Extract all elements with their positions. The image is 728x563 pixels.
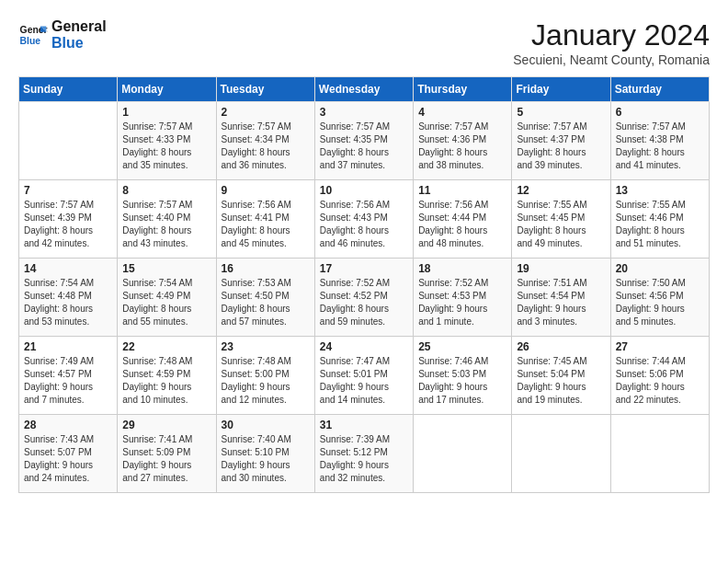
day-info: Sunrise: 7:43 AM Sunset: 5:07 PM Dayligh… [24, 433, 112, 485]
day-number: 29 [122, 419, 210, 431]
col-monday: Monday [118, 77, 216, 102]
day-number: 16 [222, 262, 310, 275]
month-year-title: January 2024 [513, 18, 710, 52]
day-cell: 8Sunrise: 7:57 AM Sunset: 4:40 PM Daylig… [118, 180, 216, 259]
day-cell: 25Sunrise: 7:46 AM Sunset: 5:03 PM Dayli… [414, 337, 512, 415]
day-info: Sunrise: 7:57 AM Sunset: 4:36 PM Dayligh… [418, 121, 506, 172]
day-info: Sunrise: 7:52 AM Sunset: 4:52 PM Dayligh… [320, 277, 408, 328]
day-number: 9 [222, 184, 310, 197]
day-number: 14 [24, 262, 112, 275]
day-info: Sunrise: 7:47 AM Sunset: 5:01 PM Dayligh… [320, 355, 408, 407]
day-cell: 17Sunrise: 7:52 AM Sunset: 4:52 PM Dayli… [314, 259, 413, 337]
day-cell: 18Sunrise: 7:52 AM Sunset: 4:53 PM Dayli… [414, 259, 512, 337]
day-cell: 10Sunrise: 7:56 AM Sunset: 4:43 PM Dayli… [314, 180, 413, 259]
day-info: Sunrise: 7:57 AM Sunset: 4:39 PM Dayligh… [24, 199, 112, 250]
day-number: 31 [320, 419, 408, 431]
day-info: Sunrise: 7:39 AM Sunset: 5:12 PM Dayligh… [320, 433, 408, 485]
day-info: Sunrise: 7:57 AM Sunset: 4:40 PM Dayligh… [122, 199, 210, 250]
day-cell: 4Sunrise: 7:57 AM Sunset: 4:36 PM Daylig… [414, 102, 512, 180]
day-info: Sunrise: 7:54 AM Sunset: 4:48 PM Dayligh… [24, 277, 112, 328]
location-subtitle: Secuieni, Neamt County, Romania [513, 52, 710, 67]
week-row-5: 28Sunrise: 7:43 AM Sunset: 5:07 PM Dayli… [19, 415, 710, 493]
day-info: Sunrise: 7:56 AM Sunset: 4:44 PM Dayligh… [418, 199, 506, 250]
day-number: 25 [418, 340, 506, 353]
calendar-table: Sunday Monday Tuesday Wednesday Thursday… [18, 76, 710, 493]
day-cell [610, 415, 709, 493]
day-number: 19 [517, 262, 605, 275]
logo-blue: Blue [51, 35, 107, 52]
day-number: 4 [418, 106, 506, 119]
logo: General Blue General Blue [18, 18, 107, 51]
day-number: 17 [320, 262, 408, 275]
day-cell: 22Sunrise: 7:48 AM Sunset: 4:59 PM Dayli… [118, 337, 216, 415]
logo-general: General [51, 18, 107, 35]
day-info: Sunrise: 7:55 AM Sunset: 4:45 PM Dayligh… [517, 199, 605, 250]
day-cell: 30Sunrise: 7:40 AM Sunset: 5:10 PM Dayli… [216, 415, 314, 493]
day-number: 22 [122, 340, 210, 353]
day-cell: 11Sunrise: 7:56 AM Sunset: 4:44 PM Dayli… [414, 180, 512, 259]
day-cell: 5Sunrise: 7:57 AM Sunset: 4:37 PM Daylig… [512, 102, 610, 180]
day-number: 23 [222, 340, 310, 353]
day-info: Sunrise: 7:48 AM Sunset: 5:00 PM Dayligh… [222, 355, 310, 407]
day-info: Sunrise: 7:57 AM Sunset: 4:35 PM Dayligh… [320, 121, 408, 172]
day-number: 30 [222, 419, 310, 431]
day-info: Sunrise: 7:50 AM Sunset: 4:56 PM Dayligh… [616, 277, 704, 328]
week-row-1: 1Sunrise: 7:57 AM Sunset: 4:33 PM Daylig… [19, 102, 710, 180]
day-cell: 27Sunrise: 7:44 AM Sunset: 5:06 PM Dayli… [610, 337, 709, 415]
day-info: Sunrise: 7:54 AM Sunset: 4:49 PM Dayligh… [122, 277, 210, 328]
day-info: Sunrise: 7:52 AM Sunset: 4:53 PM Dayligh… [418, 277, 506, 328]
day-number: 21 [24, 340, 112, 353]
day-number: 27 [616, 340, 704, 353]
day-cell: 13Sunrise: 7:55 AM Sunset: 4:46 PM Dayli… [610, 180, 709, 259]
page-header: General Blue General Blue January 2024 S… [18, 18, 710, 67]
day-info: Sunrise: 7:41 AM Sunset: 5:09 PM Dayligh… [122, 433, 210, 485]
day-cell: 14Sunrise: 7:54 AM Sunset: 4:48 PM Dayli… [19, 259, 118, 337]
day-cell: 23Sunrise: 7:48 AM Sunset: 5:00 PM Dayli… [216, 337, 314, 415]
day-info: Sunrise: 7:44 AM Sunset: 5:06 PM Dayligh… [616, 355, 704, 407]
day-info: Sunrise: 7:55 AM Sunset: 4:46 PM Dayligh… [616, 199, 704, 250]
day-info: Sunrise: 7:57 AM Sunset: 4:38 PM Dayligh… [616, 121, 704, 172]
col-tuesday: Tuesday [216, 77, 314, 102]
col-wednesday: Wednesday [314, 77, 413, 102]
day-cell [414, 415, 512, 493]
col-thursday: Thursday [414, 77, 512, 102]
day-info: Sunrise: 7:57 AM Sunset: 4:37 PM Dayligh… [517, 121, 605, 172]
day-cell: 29Sunrise: 7:41 AM Sunset: 5:09 PM Dayli… [118, 415, 216, 493]
day-cell: 6Sunrise: 7:57 AM Sunset: 4:38 PM Daylig… [610, 102, 709, 180]
day-info: Sunrise: 7:57 AM Sunset: 4:33 PM Dayligh… [122, 121, 210, 172]
day-info: Sunrise: 7:51 AM Sunset: 4:54 PM Dayligh… [517, 277, 605, 328]
day-number: 5 [517, 106, 605, 119]
day-cell: 24Sunrise: 7:47 AM Sunset: 5:01 PM Dayli… [314, 337, 413, 415]
day-info: Sunrise: 7:57 AM Sunset: 4:34 PM Dayligh… [222, 121, 310, 172]
day-number: 12 [517, 184, 605, 197]
day-number: 18 [418, 262, 506, 275]
day-cell [19, 102, 118, 180]
day-cell: 26Sunrise: 7:45 AM Sunset: 5:04 PM Dayli… [512, 337, 610, 415]
day-number: 10 [320, 184, 408, 197]
col-saturday: Saturday [610, 77, 709, 102]
week-row-2: 7Sunrise: 7:57 AM Sunset: 4:39 PM Daylig… [19, 180, 710, 259]
day-cell: 12Sunrise: 7:55 AM Sunset: 4:45 PM Dayli… [512, 180, 610, 259]
day-cell: 2Sunrise: 7:57 AM Sunset: 4:34 PM Daylig… [216, 102, 314, 180]
day-cell: 16Sunrise: 7:53 AM Sunset: 4:50 PM Dayli… [216, 259, 314, 337]
day-cell: 31Sunrise: 7:39 AM Sunset: 5:12 PM Dayli… [314, 415, 413, 493]
day-cell: 19Sunrise: 7:51 AM Sunset: 4:54 PM Dayli… [512, 259, 610, 337]
day-info: Sunrise: 7:40 AM Sunset: 5:10 PM Dayligh… [222, 433, 310, 485]
day-number: 15 [122, 262, 210, 275]
day-cell: 21Sunrise: 7:49 AM Sunset: 4:57 PM Dayli… [19, 337, 118, 415]
logo-icon: General Blue [18, 20, 48, 50]
day-number: 24 [320, 340, 408, 353]
title-block: January 2024 Secuieni, Neamt County, Rom… [513, 18, 710, 67]
day-number: 13 [616, 184, 704, 197]
day-cell: 7Sunrise: 7:57 AM Sunset: 4:39 PM Daylig… [19, 180, 118, 259]
col-friday: Friday [512, 77, 610, 102]
day-number: 8 [122, 184, 210, 197]
day-cell: 28Sunrise: 7:43 AM Sunset: 5:07 PM Dayli… [19, 415, 118, 493]
day-cell: 9Sunrise: 7:56 AM Sunset: 4:41 PM Daylig… [216, 180, 314, 259]
day-number: 2 [222, 106, 310, 119]
day-info: Sunrise: 7:46 AM Sunset: 5:03 PM Dayligh… [418, 355, 506, 407]
day-cell [512, 415, 610, 493]
day-info: Sunrise: 7:45 AM Sunset: 5:04 PM Dayligh… [517, 355, 605, 407]
day-info: Sunrise: 7:56 AM Sunset: 4:41 PM Dayligh… [222, 199, 310, 250]
day-number: 26 [517, 340, 605, 353]
